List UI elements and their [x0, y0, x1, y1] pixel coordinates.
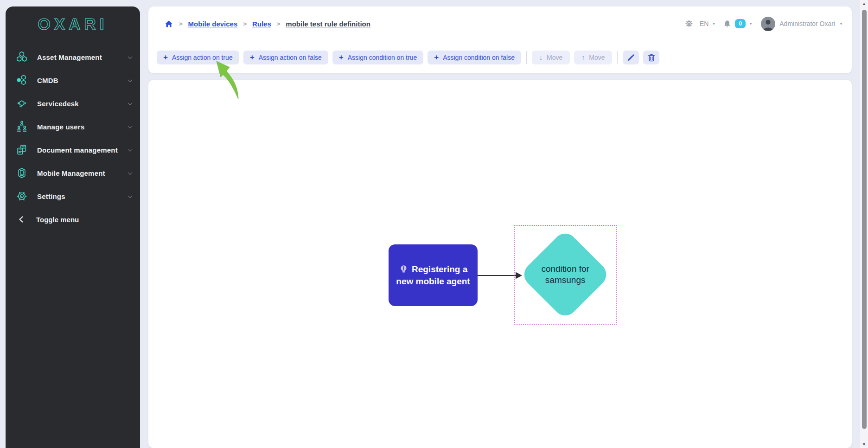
- chevron-right-separator: >: [179, 20, 183, 27]
- sidebar-item-manage-users[interactable]: Manage users: [6, 115, 140, 138]
- avatar: [761, 17, 775, 31]
- app-root: OXARI Asset Management: [0, 0, 868, 448]
- sidebar-item-label: Asset Management: [37, 53, 102, 61]
- arrow-up-icon: ↑: [581, 54, 585, 61]
- sidebar-toggle-menu[interactable]: Toggle menu: [6, 208, 140, 231]
- delete-button[interactable]: [643, 51, 659, 64]
- notification-badge: 0: [735, 19, 746, 28]
- manage-users-icon: [16, 121, 28, 133]
- plus-icon: +: [250, 53, 255, 61]
- bell-icon: [723, 19, 732, 28]
- scrollbar-down-button[interactable]: ▼: [860, 441, 868, 448]
- chevron-down-icon: [128, 193, 133, 198]
- user-menu[interactable]: Administrator Oxari ▼: [761, 17, 843, 31]
- assign-action-on-true-button[interactable]: + Assign action on true: [157, 51, 239, 64]
- logo-text: OXARI: [38, 15, 108, 33]
- toolbar: + Assign action on true + Assign action …: [148, 41, 852, 73]
- sidebar-item-label: CMDB: [37, 77, 58, 84]
- arrow-down-icon: ↓: [539, 54, 542, 61]
- header-actions: EN ▼ 0 ▼: [685, 17, 843, 31]
- scrollbar-up-button[interactable]: ▲: [860, 0, 868, 7]
- toolbar-divider: [617, 51, 618, 64]
- toggle-menu-label: Toggle menu: [36, 216, 79, 224]
- breadcrumb-link-mobile-devices[interactable]: Mobile devices: [188, 20, 238, 28]
- sidebar-item-asset-management[interactable]: Asset Management: [6, 45, 140, 69]
- language-selector[interactable]: EN ▼: [700, 20, 715, 27]
- user-name: Administrator Oxari: [779, 20, 835, 27]
- toolbar-divider: [526, 51, 527, 64]
- button-label: Assign action on false: [259, 54, 322, 61]
- chevron-right-separator: >: [277, 20, 281, 27]
- settings-gear-button[interactable]: [685, 19, 693, 28]
- chevron-down-icon: [128, 77, 133, 82]
- assign-condition-on-true-button[interactable]: + Assign condition on true: [332, 51, 423, 64]
- assign-action-on-false-button[interactable]: + Assign action on false: [243, 51, 328, 64]
- chevron-right-separator: >: [243, 20, 247, 27]
- chevron-left-icon: [18, 215, 25, 224]
- language-label: EN: [700, 20, 708, 27]
- breadcrumb-home-link[interactable]: [164, 19, 173, 28]
- header-card: > Mobile devices > Rules > mobile test r…: [148, 6, 852, 73]
- plus-icon: +: [163, 53, 168, 61]
- home-icon: [164, 19, 173, 28]
- sidebar-item-label: Manage users: [37, 123, 84, 131]
- plus-icon: +: [339, 53, 344, 61]
- connector-arrow: [148, 80, 852, 448]
- sidebar-item-label: Mobile Management: [37, 169, 105, 177]
- person-icon: [761, 17, 775, 31]
- sidebar-item-mobile-management[interactable]: Mobile Management: [6, 161, 140, 185]
- breadcrumb-current-page: mobile test rule definition: [286, 20, 370, 28]
- sidebar-item-label: Document management: [37, 146, 118, 154]
- chevron-down-icon: [128, 170, 133, 175]
- rule-canvas[interactable]: Registering a new mobile agent condition…: [148, 80, 852, 448]
- button-label: Assign action on true: [172, 54, 233, 61]
- button-label: Assign condition on true: [348, 54, 417, 61]
- button-label: Assign condition on false: [443, 54, 515, 61]
- sidebar-item-document-management[interactable]: Document management: [6, 138, 140, 161]
- servicedesk-icon: [16, 97, 28, 109]
- caret-down-icon: ▼: [712, 22, 715, 26]
- condition-node-label: condition for samsungs: [533, 263, 598, 286]
- oxari-logo: OXARI: [6, 10, 140, 39]
- chevron-down-icon: [128, 101, 133, 105]
- sidebar-item-servicedesk[interactable]: Servicedesk: [6, 92, 140, 115]
- move-down-button[interactable]: ↓ Move: [532, 51, 570, 64]
- plus-icon: +: [434, 53, 439, 61]
- settings-icon: [16, 190, 28, 202]
- caret-down-icon: ▼: [749, 22, 753, 26]
- document-management-icon: [16, 144, 28, 156]
- caret-down-icon: ▼: [839, 22, 843, 26]
- move-up-button[interactable]: ↑ Move: [574, 51, 612, 64]
- sidebar-menu: Asset Management CMDB: [6, 45, 140, 231]
- trash-icon: [647, 53, 656, 62]
- assign-condition-on-false-button[interactable]: + Assign condition on false: [428, 51, 521, 64]
- gear-icon: [685, 19, 693, 28]
- scrollbar-thumb[interactable]: [862, 10, 867, 429]
- sidebar-item-label: Settings: [37, 192, 65, 200]
- sidebar-item-cmdb[interactable]: CMDB: [6, 69, 140, 92]
- chevron-down-icon: [128, 124, 133, 128]
- scrollbar: ▲ ▼: [860, 0, 868, 448]
- notifications-button[interactable]: 0 ▼: [723, 19, 753, 28]
- sidebar: OXARI Asset Management: [6, 6, 140, 448]
- bulb-icon: [399, 264, 408, 274]
- chevron-down-icon: [128, 54, 133, 59]
- mobile-management-icon: [16, 167, 28, 179]
- chevron-down-icon: [128, 147, 133, 152]
- sidebar-item-label: Servicedesk: [37, 100, 79, 108]
- edit-button[interactable]: [623, 51, 639, 64]
- breadcrumb-link-rules[interactable]: Rules: [252, 20, 271, 28]
- action-node[interactable]: Registering a new mobile agent: [389, 244, 478, 306]
- sidebar-item-settings[interactable]: Settings: [6, 185, 140, 208]
- breadcrumb: > Mobile devices > Rules > mobile test r…: [148, 6, 852, 41]
- button-label: Move: [547, 54, 562, 61]
- cmdb-icon: [16, 74, 28, 86]
- button-label: Move: [589, 54, 605, 61]
- asset-management-icon: [16, 51, 28, 63]
- pencil-icon: [626, 53, 636, 62]
